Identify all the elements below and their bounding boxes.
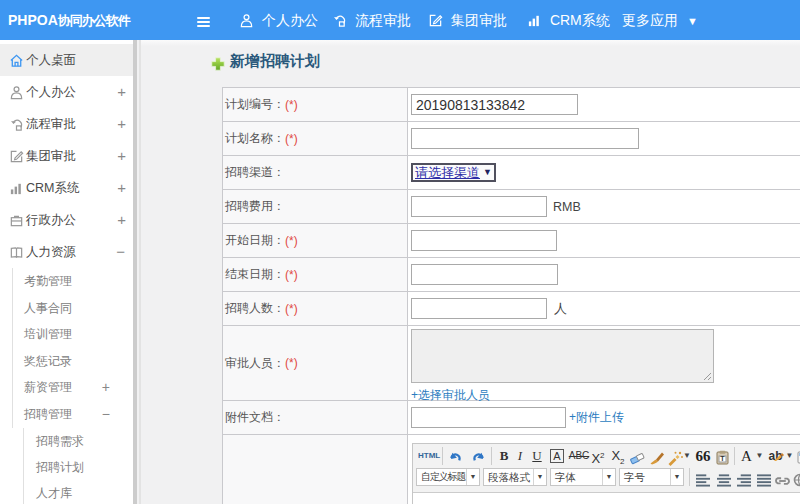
svg-text:T: T [720, 455, 725, 462]
